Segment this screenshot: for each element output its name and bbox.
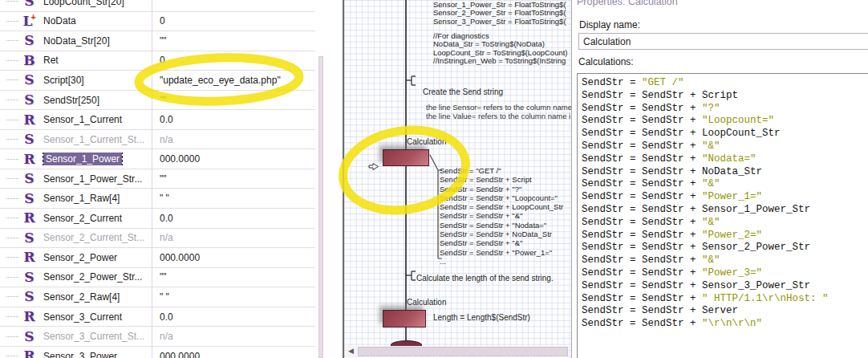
variable-name: Sensor_2_Power xyxy=(40,252,152,263)
tree-branch xyxy=(6,159,18,160)
variable-name-text: Sensor_2_Power_Str... xyxy=(43,271,142,283)
variable-value[interactable]: n/a xyxy=(152,232,173,243)
tree-branch xyxy=(6,277,18,278)
variable-value[interactable]: 000.0000 xyxy=(152,351,200,358)
variable-name: Ret xyxy=(40,55,152,66)
variable-value[interactable]: 000.0000 xyxy=(152,252,200,263)
variable-row[interactable]: RSensor_2_Current0.0 xyxy=(0,209,315,229)
variable-value[interactable]: 0.0 xyxy=(152,311,173,323)
display-name-input[interactable] xyxy=(578,33,868,50)
tree-branch xyxy=(6,60,18,61)
variable-row[interactable]: BRet0 xyxy=(0,51,315,71)
type-icon-R: R xyxy=(18,349,40,358)
variable-row[interactable]: SSensor_1_Current_St...n/a xyxy=(0,130,315,150)
variable-value[interactable]: "update_eco_eye_data.php" xyxy=(152,75,281,86)
variable-value[interactable]: "" xyxy=(152,173,167,185)
variable-value[interactable]: " " xyxy=(152,193,169,204)
variable-row[interactable]: SSendStr[250]"" xyxy=(0,91,315,111)
text-line: SendStr = SendStr + NoData_Str xyxy=(440,230,563,238)
text-line: Sensor_3_Power_Str = FloatToString$( xyxy=(433,18,566,26)
vertical-scrollbar[interactable] xyxy=(318,56,323,358)
note-create-send-string: Create the Send string xyxy=(423,87,503,96)
type-icon-R: R xyxy=(18,153,40,166)
text-line: SendStr = SendStr + Sensor_1_Power_Str xyxy=(582,204,868,217)
tree-branch xyxy=(6,40,18,41)
variable-row[interactable]: SSensor_2_Raw[4]" " xyxy=(0,287,315,307)
flow-line xyxy=(405,0,407,344)
text-line: //InStringLen_Web = ToString$(InString xyxy=(433,57,568,65)
text-line: SendStr = SendStr + "&" xyxy=(440,238,563,247)
text-line: SendStr = SendStr + "Loopcount=" xyxy=(582,115,868,128)
variable-value[interactable]: n/a xyxy=(152,134,173,145)
text-line: SendStr = "GET /" xyxy=(440,166,563,175)
block1-annotation: SendStr = "GET /"SendStr = SendStr + Scr… xyxy=(440,166,563,266)
tree-branch xyxy=(6,336,18,337)
variable-name: Sensor_2_Current xyxy=(40,213,152,224)
variable-name-text: SendStr[250] xyxy=(43,95,99,106)
variable-row[interactable]: SSensor_2_Current_St...n/a xyxy=(0,229,315,249)
variable-row[interactable]: SSensor_1_Power_Str..."" xyxy=(0,169,315,189)
variable-value[interactable]: "" xyxy=(152,95,167,106)
variable-row[interactable]: SSensor_2_Power_Str..."" xyxy=(0,268,315,288)
tree-branch xyxy=(6,21,18,22)
note-diagnostics: //For diagnosticsNoData_Str = ToString$(… xyxy=(433,32,568,66)
tree-branch xyxy=(6,1,18,2)
block2-annotation: Length = Length$(SendStr) xyxy=(433,313,530,322)
annotation-anchor-icon xyxy=(405,271,416,281)
column-divider[interactable] xyxy=(152,0,152,358)
calculations-editor[interactable]: SendStr = "GET /"SendStr = SendStr + Scr… xyxy=(577,73,868,358)
variable-row[interactable]: SSensor_3_Current_St...n/a xyxy=(0,327,315,347)
type-icon-S: S xyxy=(18,192,40,205)
type-icon-S: S xyxy=(18,132,40,146)
tree-branch xyxy=(6,257,18,258)
calculation-block-2[interactable] xyxy=(383,310,426,327)
variable-row[interactable]: SScript[30]"update_eco_eye_data.php" xyxy=(0,71,315,91)
variable-rows: SLoopCount_Str[20]""L+NoData0SNoData_Str… xyxy=(0,0,315,358)
variable-name: SendStr[250] xyxy=(40,95,152,106)
variable-name-text: Sensor_2_Raw[4] xyxy=(43,291,120,303)
variable-value[interactable]: "" xyxy=(152,271,167,283)
variable-name: Sensor_1_Raw[4] xyxy=(40,193,152,204)
calculation-block-1[interactable] xyxy=(383,149,429,166)
tree-branch xyxy=(6,316,18,317)
variable-value[interactable]: 0 xyxy=(152,55,165,66)
variable-value[interactable]: 0 xyxy=(152,15,165,26)
type-icon-S: S xyxy=(18,34,40,47)
variable-value[interactable]: 000.0000 xyxy=(152,153,200,165)
variable-value[interactable]: "" xyxy=(152,0,167,7)
variable-row[interactable]: SSensor_1_Raw[4]" " xyxy=(0,189,315,209)
variable-name-text: NoData_Str[20] xyxy=(43,35,110,47)
variable-value[interactable]: n/a xyxy=(152,331,173,342)
text-line: SendStr = SendStr + "&" xyxy=(582,217,868,230)
variable-row[interactable]: SLoopCount_Str[20]"" xyxy=(0,0,315,12)
variable-name-text: Sensor_1_Power xyxy=(43,153,122,165)
variable-name: Sensor_3_Current_St... xyxy=(40,331,152,342)
variable-value[interactable]: 0.0 xyxy=(152,114,173,125)
variable-name: LoopCount_Str[20] xyxy=(40,0,152,7)
text-line: SendStr = SendStr + "Loopcount=" xyxy=(440,193,563,202)
scrollbar-thumb[interactable] xyxy=(358,347,568,356)
scroll-left-arrow-icon[interactable]: ◀ xyxy=(348,347,354,355)
text-line: SendStr = SendStr + NoData_Str xyxy=(582,166,868,179)
variable-row[interactable]: SNoData_Str[20]"" xyxy=(0,31,315,51)
variable-row[interactable]: RSensor_3_Power000.0000 xyxy=(0,347,315,358)
variable-name-text: Sensor_3_Current xyxy=(43,311,122,323)
text-line: SendStr = SendStr + LoopCount_Str xyxy=(440,202,563,211)
text-line: SendStr = SendStr + "&" xyxy=(582,178,868,191)
tree-branch xyxy=(6,139,18,140)
horizontal-scrollbar[interactable]: ◀ xyxy=(346,346,569,357)
variable-row[interactable]: RSensor_3_Current0.0 xyxy=(0,307,315,327)
text-line: SendStr = SendStr + "&" xyxy=(582,140,868,153)
variable-name: Sensor_2_Current_St... xyxy=(40,232,152,243)
variable-name: Sensor_3_Current xyxy=(40,311,152,323)
variable-row[interactable]: RSensor_2_Power000.0000 xyxy=(0,248,315,268)
variable-name-text: Ret xyxy=(43,55,59,66)
variable-row[interactable]: RSensor_1_Current0.0 xyxy=(0,110,315,130)
variable-value[interactable]: " " xyxy=(152,291,169,303)
variable-value[interactable]: 0.0 xyxy=(152,213,173,224)
variable-name-text: Sensor_3_Power xyxy=(43,351,117,358)
type-icon-R: R xyxy=(18,250,40,264)
variable-row[interactable]: L+NoData0 xyxy=(0,12,315,32)
variable-row[interactable]: RSensor_1_Power000.0000 xyxy=(0,149,315,169)
variable-value[interactable]: "" xyxy=(152,35,167,47)
